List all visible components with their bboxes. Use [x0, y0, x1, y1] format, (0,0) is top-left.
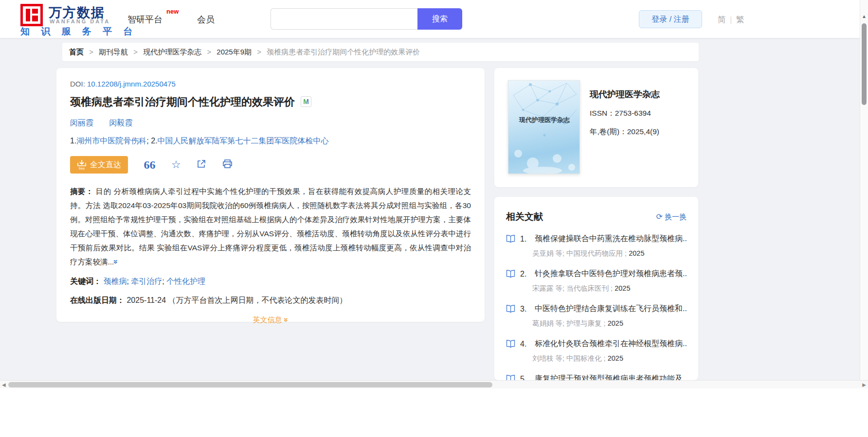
lang-traditional[interactable]: 繁 [736, 15, 744, 24]
breadcrumb-journal-nav[interactable]: 期刊导航 [99, 48, 128, 56]
journal-issn: ISSN：2753-6394 [590, 108, 660, 119]
share-icon[interactable] [197, 159, 206, 171]
horizontal-scrollbar[interactable]: ◀ ▶ [0, 380, 868, 388]
english-info-row: 英文信息» [70, 315, 471, 325]
search-input[interactable] [271, 8, 417, 30]
related-item-meta: 葛娟娟 等; 护理与康复 ; 2025 [506, 319, 687, 328]
related-item-title[interactable]: 标准化针灸联合颈椎牵引在神经根型颈椎病... [535, 339, 687, 349]
action-bar: free 全文直达 66 ☆ [70, 156, 471, 174]
journal-card: 现代护理医学杂志 现代护理医学杂志 ISSN：2753-6394 年,卷(期)：… [494, 68, 698, 187]
bottom-gutter [0, 389, 868, 437]
related-item: 5. 康复护理干预对颈型颈椎病患者颈椎功能及... [506, 374, 687, 380]
keywords-label: 关键词： [70, 277, 101, 285]
breadcrumb-separator: > [133, 48, 138, 56]
keyword-link[interactable]: 个性化护理 [166, 277, 205, 285]
book-icon [506, 270, 515, 278]
logo-tagline: 知 识 服 务 平 台 [20, 25, 137, 38]
breadcrumb-issue[interactable]: 2025年9期 [217, 48, 252, 56]
scroll-right-arrow-icon[interactable]: ▶ [862, 382, 866, 387]
nav-member[interactable]: 会员 [197, 14, 215, 25]
journal-cover[interactable]: 现代护理医学杂志 [508, 80, 580, 174]
language-switch: 简|繁 [718, 14, 744, 25]
article-title: 颈椎病患者牵引治疗期间个性化护理的效果评价M [70, 95, 471, 109]
related-articles-card: 相关文献 ⟳换一换 1. 颈椎保健操联合中药熏洗在椎动脉型颈椎病... 吴亚娟 … [494, 197, 698, 380]
author-link[interactable]: 闵毅霞 [109, 119, 132, 127]
online-date-row: 在线出版日期： 2025-11-24 （万方平台首次上网日期，不代表论文的发表时… [70, 296, 471, 306]
keywords-row: 关键词： 颈椎病; 牵引治疗; 个性化护理 [70, 277, 471, 287]
journal-volume: 年,卷(期)：2025,4(9) [590, 127, 660, 137]
horizontal-scrollbar-thumb[interactable] [8, 382, 492, 387]
search-button[interactable]: 搜索 [417, 8, 462, 30]
related-item-number: 4. [520, 340, 530, 349]
refresh-related-button[interactable]: ⟳换一换 [656, 212, 687, 222]
vertical-scrollbar-thumb[interactable] [862, 23, 867, 105]
related-title: 相关文献 [506, 210, 543, 223]
lang-simplified[interactable]: 简 [718, 15, 726, 24]
affiliation-separator: ; [146, 137, 148, 145]
related-item-number: 3. [520, 305, 530, 314]
lang-divider: | [730, 15, 732, 24]
online-date-value: 2025-11-24 [127, 296, 166, 304]
breadcrumb: 首页 > 期刊导航 > 现代护理医学杂志 > 2025年9期 > 颈椎病患者牵引… [62, 43, 699, 61]
keyword-link[interactable]: 颈椎病 [103, 277, 127, 285]
affiliation-num: 2. [151, 137, 157, 145]
search-bar: 搜索 [271, 8, 462, 30]
related-item: 1. 颈椎保健操联合中药熏洗在椎动脉型颈椎病... 吴亚娟 等; 中国现代药物应… [506, 234, 687, 258]
free-download-icon: free [77, 159, 87, 170]
related-item-meta: 刘培枝 等; 中国标准化 ; 2025 [506, 354, 687, 363]
wanfang-logo-icon[interactable] [20, 4, 43, 26]
doi-label: DOI: [70, 80, 85, 88]
abstract: 摘要： 目的 分析颈椎病病人牵引过程中实施个性化护理的干预效果，旨在获得能有效提… [70, 184, 471, 269]
related-item-title[interactable]: 颈椎保健操联合中药熏洗在椎动脉型颈椎病... [535, 234, 687, 244]
affiliation-num: 1. [70, 137, 76, 145]
scroll-left-arrow-icon[interactable]: ◀ [2, 382, 6, 387]
favorite-star-icon[interactable]: ☆ [171, 158, 181, 171]
keyword-separator: ; [162, 277, 164, 285]
scroll-up-arrow-icon[interactable]: ▲ [862, 14, 867, 19]
cover-title: 现代护理医学杂志 [508, 116, 580, 124]
svg-text:free: free [79, 167, 85, 170]
vertical-scrollbar[interactable]: ▲ [860, 0, 868, 380]
doi-row: DOI: 10.12208/j.jmnm.20250475 [70, 80, 471, 88]
article-card: DOI: 10.12208/j.jmnm.20250475 颈椎病患者牵引治疗期… [56, 68, 485, 322]
affiliation-link[interactable]: 中国人民解放军陆军第七十二集团军医院体检中心 [158, 137, 329, 145]
new-badge: new [166, 8, 179, 15]
author-link[interactable]: 闵丽霞 [70, 119, 93, 127]
related-item-meta: 宋露露 等; 当代临床医刊 ; 2025 [506, 284, 687, 293]
cite-icon[interactable]: 66 [144, 160, 155, 170]
print-icon[interactable] [222, 159, 233, 171]
book-icon [506, 235, 515, 243]
cover-network-art [508, 81, 580, 174]
online-date-note: （万方平台首次上网日期，不代表论文的发表时间） [168, 296, 347, 304]
page: 万方数据 WANFANG DATA 知 识 服 务 平 台 智研平台 new 会… [0, 0, 868, 437]
affiliation-link[interactable]: 湖州市中医院骨伤科 [76, 137, 146, 145]
login-register-button[interactable]: 登录 / 注册 [639, 10, 702, 28]
related-item-title[interactable]: 针灸推拿联合中医特色护理对颈椎病患者颈... [535, 269, 687, 279]
abstract-text: 目的 分析颈椎病病人牵引过程中实施个性化护理的干预效果，旨在获得能有效提高病人护… [70, 187, 471, 266]
breadcrumb-separator: > [207, 48, 211, 56]
breadcrumb-home[interactable]: 首页 [69, 48, 84, 56]
related-item: 4. 标准化针灸联合颈椎牵引在神经根型颈椎病... 刘培枝 等; 中国标准化 ;… [506, 339, 687, 363]
expand-abstract-icon[interactable]: » [109, 260, 123, 264]
nav-zhiyan-platform[interactable]: 智研平台 new [127, 14, 163, 25]
breadcrumb-journal[interactable]: 现代护理医学杂志 [143, 48, 201, 56]
doi-link[interactable]: 10.12208/j.jmnm.20250475 [87, 80, 176, 88]
journal-name[interactable]: 现代护理医学杂志 [590, 88, 660, 100]
keyword-link[interactable]: 牵引治疗 [131, 277, 162, 285]
english-info-chevron-icon[interactable]: » [282, 318, 290, 322]
related-item-number: 1. [520, 235, 530, 244]
book-icon [506, 340, 515, 348]
related-item-meta: 吴亚娟 等; 中国现代药物应用 ; 2025 [506, 249, 687, 258]
refresh-icon: ⟳ [656, 212, 663, 221]
m-badge-icon[interactable]: M [301, 96, 311, 107]
related-item-title[interactable]: 康复护理干预对颈型颈椎病患者颈椎功能及... [535, 374, 687, 380]
related-item: 3. 中医特色护理结合康复训练在飞行员颈椎和... 葛娟娟 等; 护理与康复 ;… [506, 304, 687, 328]
book-icon [506, 375, 515, 380]
english-info-link[interactable]: 英文信息 [253, 315, 282, 324]
keyword-separator: ; [127, 277, 128, 285]
related-item-number: 2. [520, 270, 530, 279]
related-item-title[interactable]: 中医特色护理结合康复训练在飞行员颈椎和... [535, 304, 687, 314]
content-area: 首页 > 期刊导航 > 现代护理医学杂志 > 2025年9期 > 颈椎病患者牵引… [0, 38, 868, 380]
abstract-label: 摘要： [70, 187, 93, 195]
fulltext-button[interactable]: free 全文直达 [70, 156, 128, 174]
